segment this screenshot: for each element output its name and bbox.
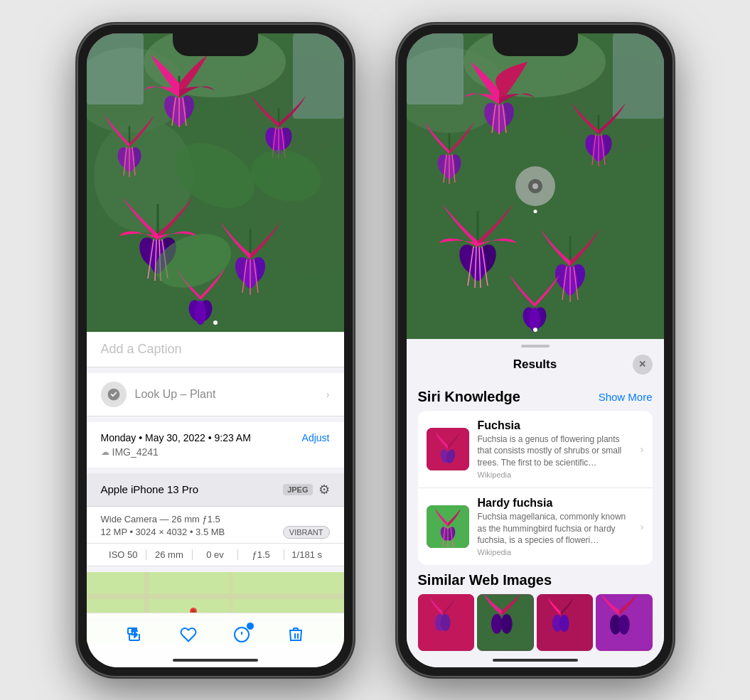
device-name: Apple iPhone 13 Pro [101, 483, 199, 495]
results-scroll[interactable]: Siri Knowledge Show More [407, 380, 664, 667]
fuchsia-source: Wikipedia [478, 470, 632, 479]
show-more-button[interactable]: Show More [599, 391, 653, 403]
hardy-thumbnail [427, 505, 469, 548]
hardy-text: Hardy fuchsia Fuchsia magellanica, commo… [478, 497, 632, 556]
exif-aperture: ƒ1.5 [238, 549, 284, 560]
device-section: Apple iPhone 13 Pro JPEG ⚙ Wide Camera —… [87, 473, 344, 566]
siri-knowledge-title: Siri Knowledge [418, 389, 520, 405]
knowledge-item-fuchsia[interactable]: Fuchsia Fuchsia is a genus of flowering … [418, 411, 653, 488]
exif-iso: ISO 50 [101, 549, 147, 560]
photo-filename: ☁ IMG_4241 [101, 446, 330, 458]
visual-lookup-button[interactable] [515, 166, 555, 206]
web-image-1[interactable] [418, 594, 475, 651]
exif-shutter: 1/181 s [284, 549, 330, 560]
lookup-chevron: › [326, 389, 330, 400]
svg-point-123 [491, 614, 503, 634]
web-images-title: Similar Web Images [418, 572, 653, 588]
visual-lookup-icon [101, 382, 127, 407]
fuchsia-desc: Fuchsia is a genus of flowering plants t… [478, 434, 632, 469]
fuchsia-text: Fuchsia Fuchsia is a genus of flowering … [478, 419, 632, 479]
caption-placeholder: Add a Caption [101, 342, 330, 357]
svg-rect-51 [87, 593, 344, 599]
lookup-label: Look Up – Plant [135, 388, 216, 401]
results-header: Results ✕ [407, 348, 664, 380]
fuchsia-name: Fuchsia [478, 419, 632, 432]
svg-point-94 [469, 247, 486, 281]
lookup-row[interactable]: Look Up – Plant › [87, 373, 344, 416]
svg-point-109 [532, 183, 538, 189]
web-image-2[interactable] [477, 594, 534, 651]
cloud-icon: ☁ [101, 447, 109, 457]
visual-lookup-dot [533, 210, 537, 213]
home-indicator-left [173, 659, 258, 662]
jpeg-badge: JPEG [283, 484, 312, 495]
camera-lens: Wide Camera — 26 mm ƒ1.5 [101, 514, 330, 524]
camera-detail: Wide Camera — 26 mm ƒ1.5 12 MP • 3024 × … [87, 507, 344, 544]
camera-resolution: 12 MP • 3024 × 4032 • 3.5 MB [101, 527, 225, 537]
dot-right-1 [533, 328, 537, 332]
fuchsia-thumbnail [427, 428, 469, 470]
settings-icon[interactable]: ⚙ [318, 482, 330, 497]
svg-point-130 [618, 615, 630, 635]
phone-frame-right: Results ✕ Siri Knowledge Show More [397, 23, 674, 677]
adjust-button[interactable]: Adjust [302, 432, 330, 443]
flower-photo-right [407, 33, 664, 339]
delete-button[interactable] [283, 622, 309, 647]
vibrant-badge: VIBRANT [283, 526, 330, 539]
phone-frame-left: Add a Caption Look Up – Plant [77, 23, 354, 677]
exif-row: ISO 50 26 mm 0 ev ƒ1.5 1/181 s [87, 544, 344, 566]
web-images-section: Similar Web Images [407, 572, 664, 651]
device-badges: JPEG ⚙ [283, 482, 329, 497]
share-button[interactable] [122, 622, 147, 647]
hardy-name: Hardy fuchsia [478, 497, 632, 510]
right-phone: Results ✕ Siri Knowledge Show More [397, 23, 674, 677]
knowledge-item-hardy[interactable]: Hardy fuchsia Fuchsia magellanica, commo… [418, 488, 653, 565]
web-image-3[interactable] [537, 594, 594, 651]
dot-1 [213, 321, 218, 325]
web-images-row [418, 594, 653, 651]
device-header: Apple iPhone 13 Pro JPEG ⚙ [87, 473, 344, 507]
svg-point-127 [559, 615, 569, 632]
info-button[interactable] [229, 622, 255, 647]
siri-knowledge-header: Siri Knowledge Show More [407, 380, 664, 411]
home-indicator-right [493, 659, 578, 662]
caption-area[interactable]: Add a Caption [87, 332, 344, 367]
hardy-chevron: › [641, 521, 644, 532]
results-panel: Results ✕ Siri Knowledge Show More [407, 339, 664, 667]
svg-rect-69 [613, 33, 664, 119]
svg-point-46 [195, 301, 206, 325]
right-phone-screen: Results ✕ Siri Knowledge Show More [407, 33, 664, 667]
left-phone-screen: Add a Caption Look Up – Plant [87, 33, 344, 667]
hardy-desc: Fuchsia magellanica, commonly known as t… [478, 511, 632, 546]
left-phone: Add a Caption Look Up – Plant [77, 23, 354, 677]
results-title: Results [438, 357, 633, 372]
hardy-source: Wikipedia [478, 548, 632, 556]
exif-ev: 0 ev [193, 549, 239, 560]
notch-right [493, 33, 578, 56]
svg-rect-6 [87, 33, 144, 104]
knowledge-card: Fuchsia Fuchsia is a genus of flowering … [418, 411, 653, 566]
photo-date: Monday • May 30, 2022 • 9:23 AM [101, 432, 251, 443]
meta-section: Monday • May 30, 2022 • 9:23 AM Adjust ☁… [87, 422, 344, 468]
svg-rect-7 [293, 33, 344, 119]
info-badge [246, 622, 255, 630]
page-dots [213, 321, 218, 325]
web-image-4[interactable] [596, 594, 653, 651]
fuchsia-chevron: › [641, 443, 644, 455]
svg-point-121 [440, 614, 450, 631]
svg-rect-68 [407, 33, 464, 104]
flower-photo-left [87, 33, 344, 332]
page-dots-right [533, 328, 537, 332]
like-button[interactable] [176, 622, 201, 647]
exif-focal: 26 mm [146, 549, 193, 560]
svg-point-124 [501, 614, 513, 634]
notch-left [173, 33, 258, 56]
close-button[interactable]: ✕ [633, 355, 653, 375]
